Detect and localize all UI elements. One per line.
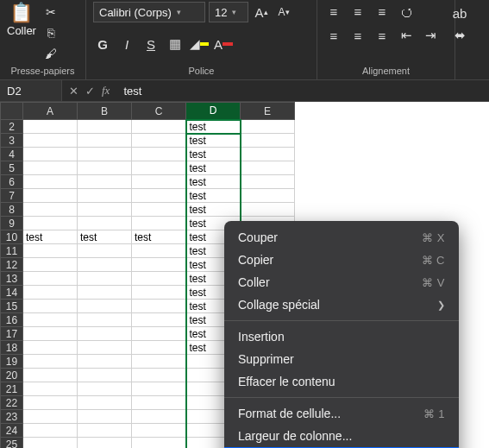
cell[interactable] xyxy=(132,286,186,300)
column-header[interactable]: A xyxy=(23,103,78,120)
row-header[interactable]: 15 xyxy=(1,300,23,313)
cell[interactable] xyxy=(78,244,132,258)
row-header[interactable]: 18 xyxy=(1,341,23,355)
wrap-text-button[interactable]: ab xyxy=(450,3,469,22)
name-box[interactable]: D2 xyxy=(0,80,62,101)
cell[interactable] xyxy=(132,134,186,148)
copy-button[interactable]: ⎘ xyxy=(41,24,60,41)
align-left-button[interactable]: ≡ xyxy=(324,26,343,45)
cell[interactable] xyxy=(23,120,78,134)
cell[interactable]: test xyxy=(132,230,186,244)
cell[interactable] xyxy=(23,396,78,410)
cell[interactable] xyxy=(78,438,132,449)
ctx-paste-special[interactable]: Collage spécial❯ xyxy=(224,293,459,316)
decrease-indent-button[interactable]: ⇤ xyxy=(397,26,416,45)
cell[interactable] xyxy=(23,327,78,341)
row-header[interactable]: 6 xyxy=(1,175,23,189)
cell[interactable]: test xyxy=(186,175,241,189)
font-color-button[interactable]: A xyxy=(214,35,233,54)
row-header[interactable]: 13 xyxy=(1,272,23,286)
cell[interactable] xyxy=(78,369,132,382)
cell[interactable] xyxy=(132,300,186,313)
formula-input[interactable]: test xyxy=(116,85,489,98)
cell[interactable] xyxy=(23,148,78,161)
cell[interactable] xyxy=(132,272,186,286)
cell[interactable] xyxy=(132,244,186,258)
row-header[interactable]: 17 xyxy=(1,327,23,341)
cell[interactable] xyxy=(132,120,186,134)
cut-button[interactable]: ✂ xyxy=(41,3,60,21)
cell[interactable] xyxy=(78,300,132,313)
cell[interactable] xyxy=(23,161,78,175)
row-header[interactable]: 21 xyxy=(1,382,23,396)
row-header[interactable]: 25 xyxy=(1,438,23,449)
row-header[interactable]: 8 xyxy=(1,203,23,217)
cell[interactable] xyxy=(132,189,186,203)
cell[interactable] xyxy=(132,369,186,382)
ctx-cut[interactable]: Couper⌘ X xyxy=(224,226,459,249)
cell[interactable] xyxy=(78,341,132,355)
column-header[interactable]: C xyxy=(132,103,186,120)
align-middle-button[interactable]: ≡ xyxy=(348,2,367,21)
cell[interactable] xyxy=(132,396,186,410)
cell[interactable] xyxy=(132,217,186,230)
cell[interactable]: test xyxy=(186,148,241,161)
cell[interactable] xyxy=(23,272,78,286)
cell[interactable] xyxy=(23,355,78,369)
cell[interactable]: test xyxy=(78,230,132,244)
cell[interactable] xyxy=(78,272,132,286)
cell[interactable] xyxy=(23,286,78,300)
cell[interactable] xyxy=(241,161,295,175)
cell[interactable]: test xyxy=(23,230,78,244)
row-header[interactable]: 24 xyxy=(1,424,23,438)
cell[interactable] xyxy=(78,217,132,230)
fill-color-button[interactable]: ◢ xyxy=(190,35,209,54)
cell[interactable] xyxy=(78,327,132,341)
row-header[interactable]: 10 xyxy=(1,230,23,244)
row-header[interactable]: 3 xyxy=(1,134,23,148)
cell[interactable] xyxy=(78,189,132,203)
column-header[interactable]: D xyxy=(186,103,241,120)
ctx-copy[interactable]: Copier⌘ C xyxy=(224,249,459,271)
cell[interactable] xyxy=(132,355,186,369)
cell[interactable] xyxy=(23,341,78,355)
cell[interactable] xyxy=(132,175,186,189)
cell[interactable] xyxy=(78,148,132,161)
cell[interactable] xyxy=(241,134,295,148)
font-size-dropdown[interactable]: 12▾ xyxy=(209,2,248,22)
merge-button[interactable]: ⬌ xyxy=(450,26,469,45)
cell[interactable] xyxy=(78,161,132,175)
row-header[interactable]: 22 xyxy=(1,396,23,410)
confirm-formula-button[interactable]: ✓ xyxy=(85,85,95,98)
cell[interactable] xyxy=(78,410,132,424)
align-right-button[interactable]: ≡ xyxy=(373,26,392,45)
paste-button[interactable]: 📋 Coller xyxy=(7,2,36,37)
row-header[interactable]: 9 xyxy=(1,217,23,230)
row-header[interactable]: 11 xyxy=(1,244,23,258)
increase-font-button[interactable]: A▴ xyxy=(252,3,271,22)
cell[interactable] xyxy=(23,382,78,396)
cell[interactable] xyxy=(23,244,78,258)
row-header[interactable]: 20 xyxy=(1,369,23,382)
ctx-insert[interactable]: Insertion xyxy=(224,325,459,348)
cell[interactable] xyxy=(78,286,132,300)
cell[interactable] xyxy=(78,396,132,410)
cell[interactable] xyxy=(78,120,132,134)
row-header[interactable]: 14 xyxy=(1,286,23,300)
cell[interactable] xyxy=(132,438,186,449)
row-header[interactable]: 16 xyxy=(1,313,23,327)
cell[interactable]: test xyxy=(186,203,241,217)
ctx-clear[interactable]: Effacer le contenu xyxy=(224,370,459,393)
cancel-formula-button[interactable]: ✕ xyxy=(69,85,78,98)
cell[interactable] xyxy=(132,327,186,341)
column-header[interactable]: B xyxy=(78,103,132,120)
row-header[interactable]: 12 xyxy=(1,258,23,272)
row-header[interactable]: 2 xyxy=(1,120,23,134)
cell[interactable] xyxy=(23,424,78,438)
cell[interactable] xyxy=(241,175,295,189)
cell[interactable] xyxy=(78,134,132,148)
align-center-button[interactable]: ≡ xyxy=(348,26,367,45)
cell[interactable] xyxy=(23,313,78,327)
cell[interactable] xyxy=(78,175,132,189)
bold-button[interactable]: G xyxy=(93,35,112,54)
